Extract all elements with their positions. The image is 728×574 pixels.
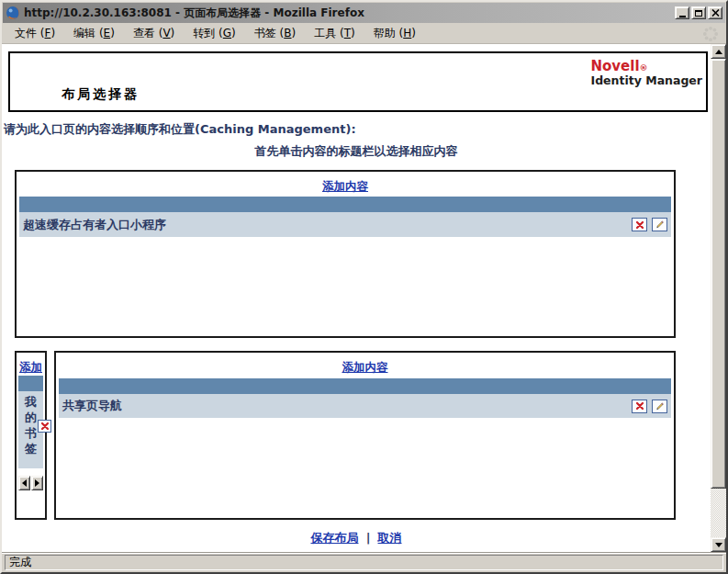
menu-bookmarks[interactable]: 书签 (B)	[245, 23, 305, 44]
maximize-icon	[695, 10, 702, 17]
menu-go[interactable]: 转到 (G)	[184, 23, 245, 44]
sidebar-empty-area	[18, 490, 43, 516]
scroll-down-button[interactable]	[711, 537, 726, 552]
registered-mark: ®	[640, 63, 648, 73]
menu-file[interactable]: 文件 (F)	[6, 23, 64, 44]
item-actions	[632, 400, 667, 413]
menu-bar: 文件 (F) 编辑 (E) 查看 (V) 转到 (G) 书签 (B) 工具 (T…	[2, 24, 726, 44]
browser-window: http://10.2.30.163:8081 - 页面布局选择器 - Mozi…	[0, 0, 728, 574]
sidebar-item-area[interactable]: 我的书签	[18, 391, 43, 468]
add-content-link-bottom[interactable]: 添加内容	[342, 360, 388, 374]
up-arrow-icon	[715, 50, 722, 54]
add-content-row-bottom: 添加内容	[59, 355, 671, 373]
content-item-row-top[interactable]: 超速缓存占有者入口小程序	[19, 212, 671, 237]
scroll-up-button[interactable]	[711, 44, 726, 59]
window-title: http://10.2.30.163:8081 - 页面布局选择器 - Mozi…	[24, 6, 675, 21]
content-panel-bottom: 添加内容 共享页导航	[54, 351, 676, 520]
remove-item-button-top[interactable]	[632, 218, 647, 231]
panel-top-title-bar[interactable]	[19, 197, 671, 212]
page-header: 布局选择器 Novell® Identity Manager	[8, 51, 708, 112]
scrollbar-thumb[interactable]	[711, 59, 726, 489]
cancel-link[interactable]: 取消	[378, 531, 402, 545]
close-button[interactable]	[708, 6, 722, 19]
delete-x-icon	[635, 401, 644, 411]
content-panel-top: 添加内容 超速缓存占有者入口小程序	[15, 170, 676, 338]
lower-section: 添加 我的书签	[15, 351, 676, 520]
content-item-row-bottom[interactable]: 共享页导航	[59, 394, 671, 418]
throbber-icon	[702, 26, 719, 42]
scrollbar-track[interactable]	[711, 489, 726, 537]
novell-logo: Novell® Identity Manager	[590, 59, 702, 88]
edit-item-button-top[interactable]	[652, 218, 667, 231]
minimize-icon	[679, 16, 686, 17]
status-text: 完成	[9, 555, 31, 570]
delete-x-icon	[635, 220, 644, 230]
sidebar-panel: 添加 我的书签	[15, 351, 47, 520]
maximize-button[interactable]	[691, 6, 706, 19]
sidebar-title-bar[interactable]	[18, 376, 43, 391]
novell-brand-text: Novell®	[590, 59, 702, 74]
add-content-link-top[interactable]: 添加内容	[322, 179, 368, 193]
page-content: 布局选择器 Novell® Identity Manager 请为此入口页的内容…	[2, 44, 711, 552]
instruction-sub: 首先单击内容的标题栏以选择相应内容	[4, 143, 709, 160]
menu-edit[interactable]: 编辑 (E)	[64, 23, 124, 44]
delete-x-icon	[40, 422, 50, 431]
bookmarks-item-label: 我的书签	[24, 394, 38, 456]
add-link-side[interactable]: 添加	[19, 360, 42, 374]
content-item-label: 共享页导航	[59, 398, 122, 414]
content-item-label: 超速缓存占有者入口小程序	[19, 217, 166, 233]
add-content-row-top: 添加内容	[19, 174, 671, 192]
remove-item-button-bottom[interactable]	[632, 400, 647, 413]
menu-tools[interactable]: 工具 (T)	[305, 23, 364, 44]
down-arrow-icon	[715, 543, 722, 547]
footer-actions: 保存布局 | 取消	[4, 530, 709, 546]
status-field: 完成	[5, 555, 723, 570]
edit-item-button-bottom[interactable]	[652, 400, 667, 413]
panel-top-empty-area	[19, 237, 671, 333]
panel-bottom-title-bar[interactable]	[59, 378, 671, 394]
status-bar: 完成	[2, 552, 726, 572]
sidebar-scroll-arrows	[18, 476, 43, 490]
scroll-right-button[interactable]	[31, 476, 43, 490]
menu-help[interactable]: 帮助 (H)	[364, 23, 425, 44]
vertical-scrollbar[interactable]	[711, 44, 726, 552]
menu-view[interactable]: 查看 (V)	[124, 23, 184, 44]
pencil-icon	[655, 219, 665, 230]
right-arrow-icon	[35, 479, 39, 487]
page-title: 布局选择器	[62, 86, 140, 103]
pencil-icon	[655, 401, 665, 411]
save-layout-link[interactable]: 保存布局	[310, 531, 358, 545]
close-icon	[711, 9, 720, 17]
product-name: Identity Manager	[590, 74, 702, 87]
firefox-icon	[6, 6, 20, 20]
link-separator: |	[366, 531, 371, 545]
minimize-button[interactable]	[675, 6, 689, 19]
title-bar[interactable]: http://10.2.30.163:8081 - 页面布局选择器 - Mozi…	[3, 3, 725, 23]
remove-bookmarks-button[interactable]	[38, 420, 51, 433]
scroll-left-button[interactable]	[18, 476, 30, 490]
left-arrow-icon	[22, 479, 27, 487]
add-row-side: 添加	[18, 355, 43, 372]
instruction-main: 请为此入口页的内容选择顺序和位置(Caching Management):	[4, 121, 709, 138]
panel-bottom-empty-area	[59, 418, 671, 515]
item-actions	[632, 218, 667, 231]
